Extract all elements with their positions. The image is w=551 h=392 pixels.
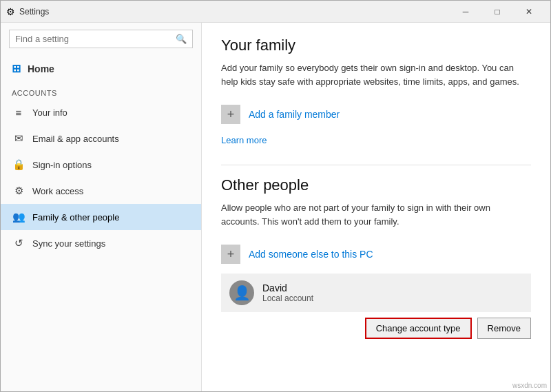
main-content: 🔍 ⊞ Home Accounts ≡ Your info ✉ Email & … — [1, 23, 550, 391]
person-account-type: Local account — [262, 293, 523, 303]
add-family-member-icon: + — [221, 105, 240, 124]
email-icon: ✉ — [12, 132, 25, 145]
other-people-title: Other people — [221, 176, 531, 194]
sidebar-item-label-work: Work access — [32, 186, 83, 196]
person-name: David — [262, 282, 523, 293]
learn-more-link[interactable]: Learn more — [221, 135, 267, 145]
sign-in-icon: 🔒 — [12, 158, 25, 171]
sidebar-item-label-family: Family & other people — [32, 212, 119, 223]
settings-window-icon: ⚙ — [6, 6, 15, 17]
sidebar-item-family-other[interactable]: 👥 Family & other people — [1, 204, 201, 230]
title-bar: ⚙ Settings ─ □ ✕ — [1, 1, 550, 23]
main-panel: Your family Add your family so everybody… — [202, 23, 550, 391]
person-info: David Local account — [262, 282, 523, 303]
search-input[interactable] — [15, 34, 176, 44]
add-family-member-item[interactable]: + Add a family member — [221, 99, 531, 130]
watermark: wsxdn.com — [512, 382, 547, 389]
search-box[interactable]: 🔍 — [9, 30, 193, 48]
add-family-member-label: Add a family member — [249, 109, 340, 120]
minimize-button[interactable]: ─ — [450, 1, 481, 23]
sidebar-item-label-sign-in: Sign-in options — [32, 160, 92, 170]
home-icon: ⊞ — [12, 62, 21, 75]
home-label: Home — [28, 63, 54, 74]
sidebar-item-email-app[interactable]: ✉ Email & app accounts — [1, 125, 201, 152]
sidebar-item-sync[interactable]: ↺ Sync your settings — [1, 230, 201, 256]
sidebar: 🔍 ⊞ Home Accounts ≡ Your info ✉ Email & … — [1, 23, 202, 391]
section-divider — [221, 165, 531, 165]
sidebar-item-label-email: Email & app accounts — [32, 134, 119, 144]
window-controls: ─ □ ✕ — [450, 1, 545, 23]
sidebar-item-label-sync: Sync your settings — [32, 238, 105, 249]
add-someone-label: Add someone else to this PC — [249, 249, 373, 260]
remove-button[interactable]: Remove — [477, 318, 531, 339]
maximize-button[interactable]: □ — [481, 1, 513, 23]
add-someone-item[interactable]: + Add someone else to this PC — [221, 239, 531, 269]
sidebar-item-work-access[interactable]: ⚙ Work access — [1, 178, 201, 204]
close-button[interactable]: ✕ — [513, 1, 545, 23]
person-icon: 👤 — [233, 285, 251, 301]
family-icon: 👥 — [12, 211, 25, 223]
sidebar-home[interactable]: ⊞ Home — [1, 55, 201, 82]
family-section-title: Your family — [221, 37, 531, 54]
work-access-icon: ⚙ — [12, 185, 25, 197]
sidebar-item-label-your-info: Your info — [32, 107, 67, 118]
other-people-description: Allow people who are not part of your fa… — [221, 201, 524, 228]
avatar: 👤 — [229, 280, 254, 305]
person-actions: Change account type Remove — [221, 318, 531, 339]
sidebar-item-sign-in[interactable]: 🔒 Sign-in options — [1, 152, 201, 178]
search-icon: 🔍 — [176, 34, 187, 44]
family-section-description: Add your family so everybody gets their … — [221, 61, 524, 88]
sidebar-item-your-info[interactable]: ≡ Your info — [1, 100, 201, 125]
add-someone-icon: + — [221, 245, 240, 264]
your-info-icon: ≡ — [12, 107, 25, 118]
accounts-section-label: Accounts — [1, 82, 201, 100]
window-title: Settings — [19, 7, 450, 17]
change-account-type-button[interactable]: Change account type — [365, 318, 472, 339]
settings-window: ⚙ Settings ─ □ ✕ 🔍 ⊞ Home Accounts ≡ — [0, 0, 551, 392]
sync-icon: ↺ — [12, 237, 25, 249]
person-row[interactable]: 👤 David Local account — [221, 274, 531, 312]
